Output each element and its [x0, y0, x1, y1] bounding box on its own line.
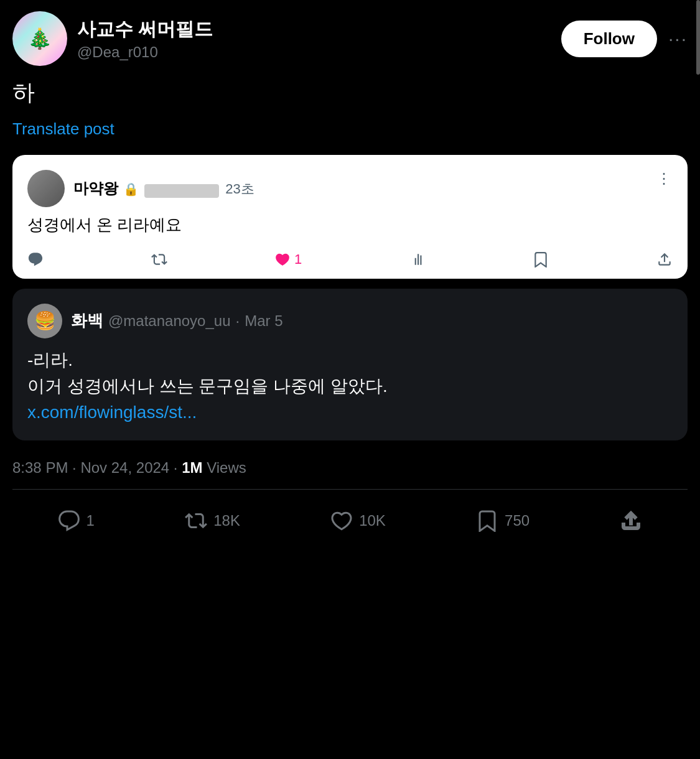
ref-dot: · — [236, 312, 240, 330]
bookmark-icon — [533, 251, 549, 268]
quoted-content: 성경에서 온 리라예요 — [27, 213, 673, 236]
more-options-icon[interactable]: ··· — [668, 28, 688, 49]
ref-handle: @matananoyo_uu — [108, 312, 231, 330]
reply-count: 1 — [86, 512, 95, 529]
like-count: 10K — [359, 512, 386, 529]
actions-bar: 1 18K 10K 750 — [12, 502, 688, 547]
post-date: Nov 24, 2024 — [80, 459, 169, 476]
ref-avatar-emoji: 🍔 — [34, 310, 56, 331]
post-text: 하 — [12, 77, 688, 108]
quoted-avatar — [27, 170, 65, 207]
quoted-bookmark-action[interactable] — [533, 251, 549, 268]
reply-action-icon — [58, 510, 80, 532]
heart-icon — [274, 251, 291, 268]
quoted-user-info: 마약왕 🔒 23초 — [73, 179, 648, 198]
views-count-bold: 1M — [182, 459, 202, 476]
views-label: Views — [203, 459, 246, 476]
user-handle: @Dea_r010 — [77, 44, 213, 61]
meta-row: 8:38 PM · Nov 24, 2024 · 1M Views — [12, 457, 688, 477]
lock-icon: 🔒 — [123, 182, 139, 196]
post-time: 8:38 PM — [12, 459, 68, 476]
reply-icon — [27, 251, 44, 268]
quoted-like-count: 1 — [294, 251, 302, 268]
tweet-container: 🎄 사교수 써머필드 @Dea_r010 Follow ··· 하 Transl… — [0, 0, 700, 547]
translate-link[interactable]: Translate post — [12, 119, 688, 139]
share-action[interactable] — [620, 510, 642, 532]
like-action-icon — [330, 510, 353, 532]
ref-content: -리라. 이거 성경에서나 쓰는 문구임을 나중에 알았다. x.com/flo… — [27, 347, 673, 426]
referenced-tweet-card[interactable]: 🍔 화백 @matananoyo_uu · Mar 5 -리라. 이거 성경에서… — [12, 289, 688, 440]
reply-action[interactable]: 1 — [58, 510, 95, 532]
quoted-actions: 1 — [27, 246, 673, 268]
bookmark-action-icon — [476, 510, 498, 532]
retweet-action-icon — [185, 510, 207, 532]
header-left: 🎄 사교수 써머필드 @Dea_r010 — [12, 11, 213, 66]
quoted-display-name: 마약왕 — [73, 180, 118, 197]
quoted-handle-blurred — [144, 184, 219, 198]
ref-date: Mar 5 — [245, 312, 282, 330]
follow-button[interactable]: Follow — [561, 21, 657, 57]
quoted-avatar-image — [27, 170, 65, 207]
retweet-action[interactable]: 18K — [185, 510, 240, 532]
ref-avatar: 🍔 — [27, 304, 62, 338]
quoted-time: 23초 — [225, 181, 254, 197]
user-info: 사교수 써머필드 @Dea_r010 — [77, 17, 213, 61]
tweet-header: 🎄 사교수 써머필드 @Dea_r010 Follow ··· — [12, 11, 688, 66]
meta-dot1: · — [72, 459, 77, 476]
retweet-count: 18K — [213, 512, 240, 529]
ref-user-row: 화백 @matananoyo_uu · Mar 5 — [71, 310, 283, 332]
like-action[interactable]: 10K — [330, 510, 386, 532]
analytics-icon — [409, 251, 426, 268]
meta-dot2: · — [174, 459, 178, 476]
ref-display-name: 화백 — [71, 310, 103, 332]
retweet-icon — [151, 251, 167, 268]
avatar[interactable]: 🎄 — [12, 11, 67, 66]
quoted-views-action[interactable] — [409, 251, 426, 268]
header-right: Follow ··· — [561, 21, 688, 57]
quoted-share-action[interactable] — [656, 251, 673, 268]
ref-content-line1: -리라. — [27, 347, 673, 373]
quoted-more-icon[interactable]: ⋮ — [656, 170, 673, 187]
quoted-retweet-action[interactable] — [151, 251, 167, 268]
ref-header: 🍔 화백 @matananoyo_uu · Mar 5 — [27, 304, 673, 338]
display-name: 사교수 써머필드 — [77, 17, 213, 42]
quoted-reply-action[interactable] — [27, 251, 44, 268]
quoted-tweet-card[interactable]: 마약왕 🔒 23초 ⋮ 성경에서 온 리라예요 1 — [12, 155, 688, 278]
quoted-like-action[interactable]: 1 — [274, 251, 302, 268]
bookmark-action[interactable]: 750 — [476, 510, 530, 532]
share-action-icon — [620, 510, 642, 532]
ref-content-link[interactable]: x.com/flowinglass/st... — [27, 399, 673, 426]
bookmark-count: 750 — [505, 512, 530, 529]
quoted-header: 마약왕 🔒 23초 ⋮ — [27, 170, 673, 207]
divider — [12, 489, 688, 490]
share-icon-quoted — [656, 251, 673, 268]
scroll-indicator[interactable] — [696, 0, 700, 75]
ref-content-line2: 이거 성경에서나 쓰는 문구임을 나중에 알았다. — [27, 373, 673, 399]
